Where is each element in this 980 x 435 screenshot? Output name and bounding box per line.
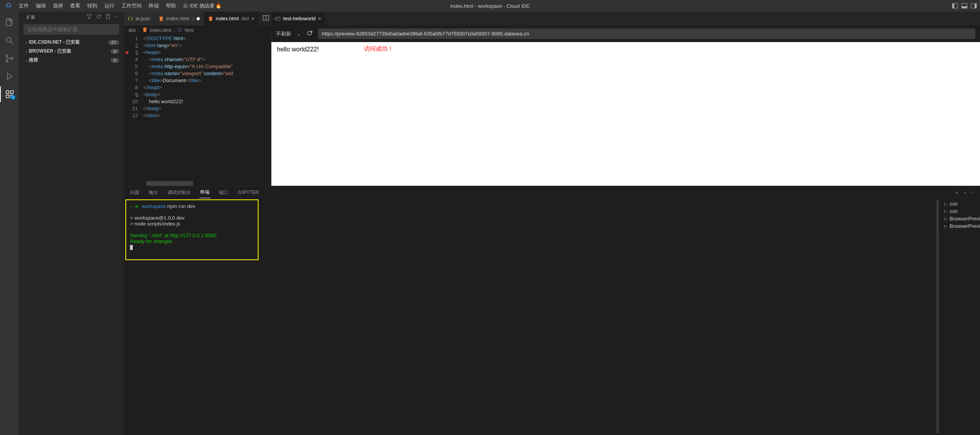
menu-1[interactable]: 编辑 [33, 1, 49, 11]
terminal-name: zsh [950, 201, 957, 207]
more-icon[interactable]: ··· [971, 189, 975, 196]
terminal-icon: ▷ [944, 224, 947, 228]
svg-rect-12 [6, 95, 9, 98]
terminal-icon: ▷ [944, 209, 947, 213]
terminal-line: > node scripts/index.js [130, 221, 254, 227]
terminal-scrollbar[interactable] [936, 200, 939, 433]
terminal-list: ▷zsh▷zsh▷BrowserPreview▷BrowserPreview [941, 199, 980, 435]
sidebar-section[interactable]: ›BROWSER - 已安装0 [19, 47, 124, 56]
symbol-icon [177, 27, 182, 33]
menu-2[interactable]: 选择 [50, 1, 66, 11]
terminal-line: Serving "./dist" at http://127.0.0.1:808… [130, 232, 254, 238]
chevron-down-icon[interactable]: ⌄ [297, 31, 301, 37]
sidebar-section[interactable]: ›IDE.CSDN.NET - 已安装27 [19, 38, 124, 47]
editor-tab[interactable]: index.html dist× [204, 12, 259, 25]
activity-scm[interactable] [0, 51, 19, 66]
breadcrumb[interactable]: dist›index.html›html [124, 25, 271, 35]
clear-icon[interactable] [105, 14, 111, 20]
chevron-down-icon[interactable]: ⌄ [963, 189, 967, 196]
menu-6[interactable]: 工作空间 [118, 1, 145, 11]
close-icon[interactable]: × [318, 16, 321, 22]
svg-rect-1 [952, 4, 954, 8]
terminal[interactable]: ○ ➜ workspace npm run dev > workspace@1.… [125, 199, 259, 260]
preview-url-input[interactable] [318, 28, 975, 39]
terminal-list-item[interactable]: ▷zsh [944, 208, 977, 215]
chevron-icon: › [23, 49, 29, 54]
split-editor-icon[interactable] [263, 15, 269, 22]
bottom-panel: 问题输出调试控制台终端端口JUPYTER ＋ ⌄ ··· ○ ➜ workspa… [124, 186, 980, 435]
success-annotation: 访问成功！ [364, 45, 393, 53]
close-icon[interactable]: × [252, 16, 255, 22]
svg-point-8 [6, 55, 8, 57]
breadcrumb-item[interactable]: html [185, 28, 194, 33]
menu-3[interactable]: 查看 [67, 1, 83, 11]
svg-point-6 [6, 37, 11, 42]
panel-tab[interactable]: 端口 [218, 187, 229, 198]
terminal-name: BrowserPreview [950, 223, 980, 229]
terminal-line [130, 227, 254, 232]
terminal-list-item[interactable]: ▷zsh [944, 200, 977, 208]
panel-tab[interactable]: 问题 [129, 187, 140, 198]
preview-pane: test-helloworld× 不刷新 ⌄ hello world222! 访… [271, 12, 980, 186]
refresh-icon[interactable] [96, 14, 101, 20]
new-terminal-icon[interactable]: ＋ [954, 189, 959, 196]
minimap[interactable] [262, 35, 271, 181]
layout-panel-icon[interactable] [961, 3, 968, 9]
breadcrumb-item[interactable]: dist [128, 28, 136, 33]
menu-4[interactable]: 转到 [84, 1, 100, 11]
code-editor[interactable]: 12⌄3⌄456789⌄101112 <!DOCTYPE html><html … [124, 35, 271, 181]
svg-point-10 [11, 58, 13, 60]
svg-line-7 [11, 42, 13, 44]
layout-sidebar-left-icon[interactable] [952, 3, 958, 9]
terminal-line: > workspace@1.0.0 dev [130, 215, 254, 221]
chevron-icon: ⌄ [23, 58, 29, 63]
svg-rect-3 [962, 6, 967, 8]
activity-debug[interactable] [0, 69, 19, 84]
breadcrumb-item[interactable]: index.html [150, 28, 171, 33]
panel-tab[interactable]: JUPYTER [237, 187, 260, 197]
chevron-icon: › [23, 40, 29, 45]
menu-7[interactable]: 终端 [146, 1, 162, 11]
refresh-mode-label[interactable]: 不刷新 [276, 30, 291, 37]
activity-search[interactable] [0, 33, 19, 48]
search-input[interactable] [23, 24, 119, 35]
menu-9[interactable]: 云 IDE 挑战赛🔥 [180, 1, 225, 11]
terminal-icon: ▷ [944, 202, 947, 206]
more-icon[interactable]: ··· [273, 16, 277, 21]
panel-tab[interactable]: 调试控制台 [167, 187, 192, 198]
svg-rect-5 [975, 4, 976, 8]
menu-8[interactable]: 帮助 [163, 1, 179, 11]
menu-0[interactable]: 文件 [16, 1, 32, 11]
section-count-badge: 0 [111, 49, 119, 54]
tab-label: test-helloworld [283, 16, 316, 21]
editor-tab[interactable]: ie.json [124, 12, 155, 25]
app-logo [3, 2, 14, 10]
filter-icon[interactable] [86, 14, 92, 20]
tab-suffix: dist [241, 16, 249, 21]
activity-extensions[interactable]: 4 [0, 86, 19, 102]
reload-icon[interactable] [306, 30, 313, 37]
tab-label: ie.json [135, 16, 150, 21]
editor-tab[interactable]: index.html ./ [155, 12, 204, 25]
horizontal-scrollbar[interactable] [124, 181, 271, 186]
modified-dot-icon [197, 17, 200, 20]
terminal-icon: ▷ [944, 217, 947, 221]
more-icon[interactable]: ··· [114, 14, 119, 20]
sidebar-section[interactable]: ⌄推荐0 [19, 56, 124, 65]
section-label: BROWSER - 已安装 [29, 48, 71, 55]
terminal-list-item[interactable]: ▷BrowserPreview [944, 215, 977, 222]
svg-rect-14 [11, 91, 13, 93]
tab-label: index.html [216, 16, 239, 21]
activity-explorer[interactable] [0, 15, 19, 30]
svg-point-9 [6, 60, 8, 62]
panel-tab[interactable]: 输出 [148, 187, 159, 198]
extensions-search[interactable] [23, 24, 119, 35]
menu-5[interactable]: 运行 [101, 1, 118, 11]
preview-body-text: hello world222! [277, 46, 319, 53]
terminal-list-item[interactable]: ▷BrowserPreview [944, 222, 977, 230]
extensions-badge: 4 [11, 95, 16, 100]
preview-content[interactable]: hello world222! 访问成功！ [271, 42, 980, 186]
file-icon [142, 27, 148, 33]
layout-sidebar-right-icon[interactable] [971, 3, 977, 9]
panel-tab[interactable]: 终端 [199, 187, 210, 198]
